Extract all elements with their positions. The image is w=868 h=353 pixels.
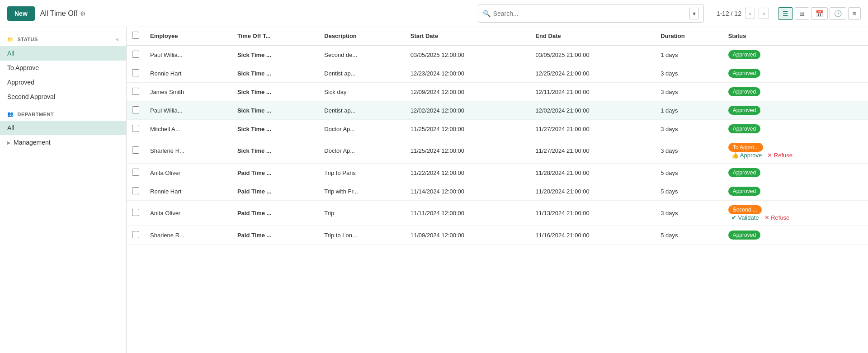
row-employee: Paul Willia...	[145, 101, 232, 120]
validate-button[interactable]: ✔ Validate	[728, 214, 759, 221]
row-end-date: 12/25/2024 21:00:00	[530, 64, 655, 83]
row-time-off-type: Sick Time ...	[232, 138, 319, 164]
sidebar-dept-item[interactable]: ▶Management	[0, 135, 126, 150]
gear-icon[interactable]: ⚙	[80, 10, 86, 17]
row-time-off-type: Sick Time ...	[232, 45, 319, 64]
row-description: Dentist ap...	[319, 101, 405, 120]
new-button[interactable]: New	[7, 6, 35, 21]
col-time-off-type: Time Off T...	[232, 27, 319, 45]
dept-items: All▶Management	[0, 121, 126, 150]
row-employee: Mitchell A...	[145, 120, 232, 138]
row-description: Doctor Ap...	[319, 120, 405, 138]
row-checkbox[interactable]	[132, 146, 139, 154]
department-section-header: 👥 DEPARTMENT	[0, 108, 126, 121]
row-status-cell: Approved	[723, 101, 868, 120]
row-time-off-type: Sick Time ...	[232, 64, 319, 83]
row-time-off-type: Sick Time ...	[232, 83, 319, 101]
row-status-cell: Approved	[723, 45, 868, 64]
main-layout: 📁 STATUS « AllTo ApproveApprovedSecond A…	[0, 27, 868, 353]
table-header-row: Employee Time Off T... Description Start…	[127, 27, 868, 45]
row-checkbox[interactable]	[132, 169, 139, 176]
view-list-button[interactable]: ☰	[778, 7, 793, 20]
row-actions: ✔ Validate✕ Refuse	[728, 214, 863, 221]
row-checkbox[interactable]	[132, 209, 139, 216]
row-description: Trip to Paris	[319, 164, 405, 182]
row-checkbox[interactable]	[132, 106, 139, 113]
row-duration: 1 days	[655, 101, 723, 120]
refuse-button[interactable]: ✕ Refuse	[764, 214, 790, 221]
pagination: 1-12 / 12 ‹ ›	[717, 8, 769, 19]
row-description: Second de...	[319, 45, 405, 64]
row-employee: Ronnie Hart	[145, 182, 232, 201]
search-container: 🔍 ▾	[478, 5, 704, 23]
row-start-date: 11/22/2024 12:00:00	[405, 164, 530, 182]
table-row: Sharlene R...Sick Time ...Doctor Ap...11…	[127, 138, 868, 164]
row-employee: Sharlene R...	[145, 226, 232, 245]
row-checkbox-cell	[127, 64, 145, 83]
status-badge: To Appro...	[728, 143, 763, 152]
row-duration: 3 days	[655, 138, 723, 164]
row-checkbox[interactable]	[132, 187, 139, 194]
row-checkbox-cell	[127, 83, 145, 101]
row-checkbox-cell	[127, 201, 145, 226]
col-employee: Employee	[145, 27, 232, 45]
search-icon: 🔍	[483, 10, 491, 17]
row-employee: Sharlene R...	[145, 138, 232, 164]
sidebar-dept-item[interactable]: All	[0, 121, 126, 135]
row-checkbox[interactable]	[132, 125, 139, 132]
view-pivot-button[interactable]: ≡	[848, 7, 861, 20]
row-status-cell: Approved	[723, 226, 868, 245]
row-description: Trip to Lon...	[319, 226, 405, 245]
row-time-off-type: Sick Time ...	[232, 101, 319, 120]
row-time-off-type: Paid Time ...	[232, 201, 319, 226]
sidebar-status-item[interactable]: All	[0, 46, 126, 61]
row-checkbox-cell	[127, 138, 145, 164]
status-items: AllTo ApproveApprovedSecond Approval	[0, 46, 126, 104]
refuse-button[interactable]: ✕ Refuse	[767, 152, 793, 159]
page-prev-button[interactable]: ‹	[745, 8, 755, 19]
row-start-date: 11/14/2024 12:00:00	[405, 182, 530, 201]
row-description: Trip	[319, 201, 405, 226]
row-checkbox-cell	[127, 182, 145, 201]
select-all-checkbox[interactable]	[132, 32, 139, 39]
row-duration: 5 days	[655, 226, 723, 245]
row-end-date: 11/13/2024 21:00:00	[530, 201, 655, 226]
row-end-date: 12/02/2024 21:00:00	[530, 101, 655, 120]
view-calendar-button[interactable]: 📅	[811, 7, 828, 20]
table-row: Paul Willia...Sick Time ...Dentist ap...…	[127, 101, 868, 120]
sidebar-status-item[interactable]: Approved	[0, 75, 126, 89]
page-next-button[interactable]: ›	[759, 8, 769, 19]
row-checkbox[interactable]	[132, 88, 139, 95]
row-description: Doctor Ap...	[319, 138, 405, 164]
row-start-date: 03/05/2025 12:00:00	[405, 45, 530, 64]
col-duration: Duration	[655, 27, 723, 45]
row-checkbox[interactable]	[132, 69, 139, 76]
collapse-button[interactable]: «	[116, 36, 119, 42]
row-end-date: 12/11/2024 21:00:00	[530, 83, 655, 101]
row-start-date: 12/09/2024 12:00:00	[405, 83, 530, 101]
row-employee: Ronnie Hart	[145, 64, 232, 83]
row-time-off-type: Sick Time ...	[232, 120, 319, 138]
sidebar-status-item[interactable]: Second Approval	[0, 89, 126, 104]
row-status-cell: Approved	[723, 120, 868, 138]
row-duration: 5 days	[655, 164, 723, 182]
sidebar-status-item[interactable]: To Approve	[0, 61, 126, 75]
view-activity-button[interactable]: 🕐	[830, 7, 846, 20]
status-badge: Approved	[728, 231, 760, 240]
row-description: Sick day	[319, 83, 405, 101]
col-end-date: End Date	[530, 27, 655, 45]
row-checkbox[interactable]	[132, 51, 139, 58]
row-end-date: 03/05/2025 21:00:00	[530, 45, 655, 64]
col-description: Description	[319, 27, 405, 45]
row-actions: 👍 Approve✕ Refuse	[728, 152, 863, 159]
dept-header-label: DEPARTMENT	[18, 112, 54, 117]
search-input[interactable]	[493, 10, 685, 17]
row-employee: James Smith	[145, 83, 232, 101]
row-end-date: 11/28/2024 21:00:00	[530, 164, 655, 182]
row-checkbox-cell	[127, 101, 145, 120]
row-end-date: 11/27/2024 21:00:00	[530, 138, 655, 164]
search-dropdown-arrow[interactable]: ▾	[689, 8, 699, 19]
approve-button[interactable]: 👍 Approve	[728, 152, 762, 159]
view-kanban-button[interactable]: ⊞	[795, 7, 809, 20]
row-checkbox[interactable]	[132, 231, 139, 238]
